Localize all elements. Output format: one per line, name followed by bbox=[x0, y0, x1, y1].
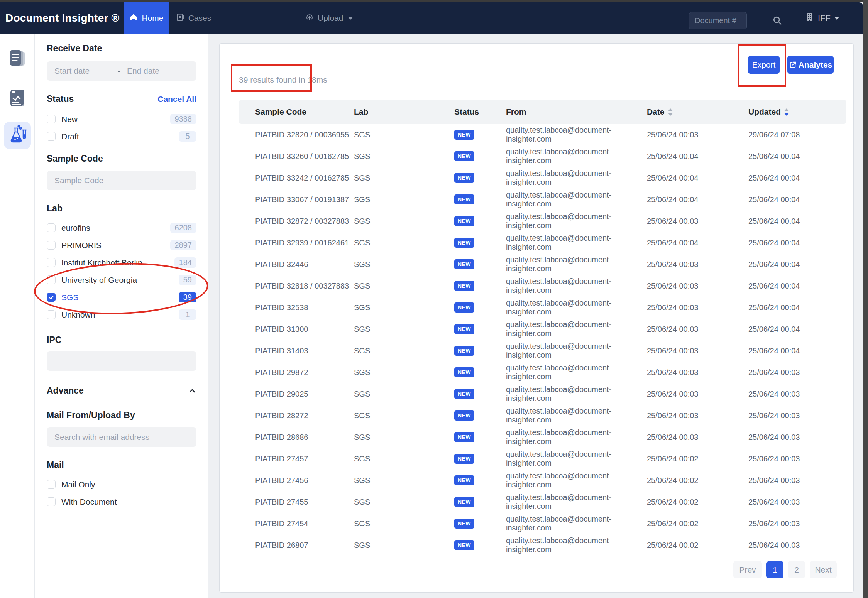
lab-option-row[interactable]: SGS 39 bbox=[47, 289, 196, 306]
table-row[interactable]: PIATBID 32872 / 00327883 SGS NEW quality… bbox=[239, 210, 846, 232]
table-row[interactable]: PIATBID 27454 SGS NEW quality.test.labco… bbox=[239, 513, 846, 534]
mail-from-input[interactable] bbox=[47, 427, 196, 447]
end-date-placeholder[interactable]: End date bbox=[127, 66, 159, 76]
cancel-all-link[interactable]: Cancel All bbox=[157, 95, 196, 104]
sort-icon-date[interactable] bbox=[668, 108, 673, 116]
column-status[interactable]: Status bbox=[454, 107, 506, 117]
lab-option-row[interactable]: University of Georgia 59 bbox=[47, 271, 196, 289]
checkbox[interactable] bbox=[47, 497, 56, 506]
sidebar-item-documents[interactable] bbox=[0, 49, 35, 68]
mail-option-row[interactable]: With Document bbox=[47, 493, 196, 510]
cell-lab: SGS bbox=[354, 282, 454, 291]
cell-lab: SGS bbox=[354, 433, 454, 442]
mail-option-label: Mail Only bbox=[61, 480, 95, 489]
checkbox[interactable] bbox=[47, 115, 56, 123]
table-row[interactable]: PIATBID 26807 SGS NEW quality.test.labco… bbox=[239, 534, 846, 556]
checkbox[interactable] bbox=[47, 241, 56, 250]
cell-lab: SGS bbox=[354, 195, 454, 204]
mail-option-label: With Document bbox=[61, 497, 117, 507]
lab-option-count: 184 bbox=[174, 257, 196, 268]
cases-icon bbox=[176, 13, 185, 24]
lab-option-row[interactable]: Unknown 1 bbox=[47, 306, 196, 323]
sidebar-item-lab-active[interactable] bbox=[4, 122, 31, 149]
tab-home[interactable]: Home bbox=[124, 2, 169, 34]
table-row[interactable]: PIATBID 27457 SGS NEW quality.test.labco… bbox=[239, 448, 846, 470]
table-row[interactable]: PIATBID 27455 SGS NEW quality.test.labco… bbox=[239, 491, 846, 513]
checkbox[interactable] bbox=[47, 258, 56, 267]
column-updated-sortable[interactable]: Updated bbox=[748, 107, 846, 117]
table-row[interactable]: PIATBID 29872 SGS NEW quality.test.labco… bbox=[239, 362, 846, 383]
table-row[interactable]: PIATBID 32820 / 00036955 SGS NEW quality… bbox=[239, 124, 846, 145]
checkbox[interactable] bbox=[47, 310, 56, 319]
table-row[interactable]: PIATBID 32939 / 00162461 SGS NEW quality… bbox=[239, 232, 846, 253]
checkbox[interactable] bbox=[47, 223, 56, 232]
status-badge: NEW bbox=[454, 130, 474, 140]
search-button[interactable] bbox=[770, 13, 785, 28]
documents-icon bbox=[8, 49, 27, 68]
cell-date: 25/06/24 00:03 bbox=[647, 260, 748, 269]
table-row[interactable]: PIATBID 33260 / 00162785 SGS NEW quality… bbox=[239, 145, 846, 167]
results-card: 39 results found in 18ms Export Analytes… bbox=[219, 43, 854, 593]
start-date-placeholder[interactable]: Start date bbox=[54, 66, 111, 76]
lab-option-row[interactable]: PRIMORIS 2897 bbox=[47, 236, 196, 254]
cell-from: quality.test.labcoa@document-insighter.c… bbox=[506, 428, 647, 446]
table-row[interactable]: PIATBID 32538 SGS NEW quality.test.labco… bbox=[239, 297, 846, 318]
pagination-prev-button[interactable]: Prev bbox=[733, 561, 762, 578]
pagination-page-1[interactable]: 1 bbox=[766, 561, 783, 578]
table-row[interactable]: PIATBID 33242 / 00162785 SGS NEW quality… bbox=[239, 167, 846, 189]
table-row[interactable]: PIATBID 31300 SGS NEW quality.test.labco… bbox=[239, 318, 846, 340]
advance-section-toggle[interactable]: Advance bbox=[47, 385, 196, 396]
checkbox[interactable] bbox=[47, 293, 56, 302]
checkbox[interactable] bbox=[47, 480, 56, 489]
cell-from: quality.test.labcoa@document-insighter.c… bbox=[506, 385, 647, 403]
column-date-sortable[interactable]: Date bbox=[647, 107, 748, 117]
cell-lab: SGS bbox=[354, 498, 454, 507]
pagination: Prev 1 2 Next bbox=[733, 561, 837, 578]
advance-divider bbox=[47, 403, 196, 403]
table-row[interactable]: PIATBID 28686 SGS NEW quality.test.labco… bbox=[239, 426, 846, 448]
document-number-input[interactable] bbox=[689, 12, 747, 29]
tab-cases[interactable]: Cases bbox=[176, 2, 211, 34]
table-row[interactable]: PIATBID 33067 / 00191387 SGS NEW quality… bbox=[239, 189, 846, 210]
column-from[interactable]: From bbox=[506, 107, 647, 117]
cell-from: quality.test.labcoa@document-insighter.c… bbox=[506, 363, 647, 381]
cell-status: NEW bbox=[454, 432, 506, 442]
receive-date-range-input[interactable]: Start date - End date bbox=[47, 61, 196, 81]
tab-upload[interactable]: Upload bbox=[305, 2, 347, 34]
status-option-count: 9388 bbox=[170, 114, 197, 124]
analytes-button[interactable]: Analytes bbox=[787, 56, 834, 74]
org-switcher[interactable]: IFF bbox=[805, 2, 839, 34]
status-badge: NEW bbox=[454, 497, 474, 507]
status-option-row[interactable]: New 9388 bbox=[47, 110, 196, 128]
ipc-input[interactable] bbox=[47, 351, 196, 371]
cell-updated: 25/06/24 00:04 bbox=[748, 195, 846, 204]
table-row[interactable]: PIATBID 27456 SGS NEW quality.test.labco… bbox=[239, 470, 846, 491]
lab-option-row[interactable]: eurofins 6208 bbox=[47, 219, 196, 236]
pagination-next-button[interactable]: Next bbox=[810, 561, 837, 578]
table-row[interactable]: PIATBID 32446 SGS NEW quality.test.labco… bbox=[239, 253, 846, 275]
table-row[interactable]: PIATBID 32818 / 00327883 SGS NEW quality… bbox=[239, 275, 846, 297]
window-scrollbar-edge[interactable] bbox=[863, 0, 868, 598]
pagination-page-2[interactable]: 2 bbox=[788, 561, 805, 578]
cell-updated: 25/06/24 00:03 bbox=[748, 390, 846, 399]
sort-icon-updated-desc[interactable] bbox=[784, 108, 789, 116]
sample-code-input[interactable] bbox=[47, 171, 196, 190]
cell-updated: 25/06/24 00:04 bbox=[748, 152, 846, 161]
table-row[interactable]: PIATBID 31403 SGS NEW quality.test.labco… bbox=[239, 340, 846, 362]
table-row[interactable]: PIATBID 28272 SGS NEW quality.test.labco… bbox=[239, 405, 846, 426]
export-button[interactable]: Export bbox=[748, 56, 780, 74]
status-option-row[interactable]: Draft 5 bbox=[47, 128, 196, 145]
mail-option-row[interactable]: Mail Only bbox=[47, 476, 196, 493]
column-lab[interactable]: Lab bbox=[354, 107, 454, 117]
cell-sample-code: PIATBID 27456 bbox=[255, 476, 354, 485]
cell-lab: SGS bbox=[354, 454, 454, 463]
lab-option-row[interactable]: Institut Kirchhoff Berlin 184 bbox=[47, 254, 196, 271]
table-row[interactable]: PIATBID 29025 SGS NEW quality.test.labco… bbox=[239, 383, 846, 405]
column-sample-code[interactable]: Sample Code bbox=[255, 107, 354, 117]
checkbox[interactable] bbox=[47, 275, 56, 284]
icon-sidebar bbox=[0, 34, 35, 598]
date-range-separator: - bbox=[111, 66, 127, 76]
cell-lab: SGS bbox=[354, 390, 454, 399]
sidebar-item-reports[interactable] bbox=[0, 89, 35, 107]
checkbox[interactable] bbox=[47, 132, 56, 141]
